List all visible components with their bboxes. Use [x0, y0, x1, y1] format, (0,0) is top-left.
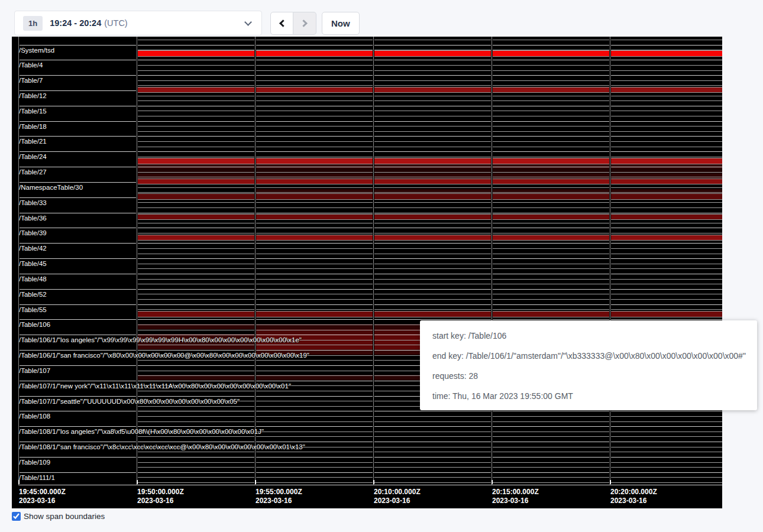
- axis-date-label: 2023-03-16: [374, 497, 410, 505]
- axis-tick-mark: [255, 480, 256, 484]
- span-boundary-line: [137, 223, 722, 223]
- span-boundary-line: [18, 426, 722, 427]
- heat-band[interactable]: [137, 235, 722, 241]
- time-range-selector[interactable]: 1h 19:24 - 20:24 (UTC): [14, 11, 262, 35]
- chevron-right-icon: [300, 20, 308, 27]
- span-boundary-line: [18, 304, 722, 305]
- span-boundary-line: [18, 213, 722, 213]
- span-boundary-line: [18, 411, 722, 411]
- heat-band[interactable]: [137, 50, 722, 57]
- span-boundary-line: [18, 457, 722, 458]
- time-nav-group: [270, 12, 316, 35]
- span-boundary-line: [18, 121, 722, 122]
- axis-time-label: 20:20:00.000Z: [610, 488, 657, 496]
- axis-tick-mark: [373, 480, 374, 484]
- tooltip-time: time: Thu, 16 Mar 2023 19:55:00 GMT: [432, 386, 751, 406]
- span-boundary-line: [137, 131, 722, 132]
- span-key-label: /Table/27: [19, 168, 47, 176]
- heat-band[interactable]: [137, 311, 722, 317]
- span-boundary-line: [137, 284, 722, 284]
- heat-band[interactable]: [137, 193, 722, 200]
- span-boundary-line: [137, 157, 722, 157]
- show-span-boundaries-checkbox[interactable]: [12, 512, 21, 521]
- time-bucket-boundary: [254, 37, 256, 485]
- span-boundary-line: [137, 452, 722, 452]
- axis-time-label: 20:15:00.000Z: [492, 488, 539, 496]
- span-boundary-line: [18, 136, 722, 137]
- span-boundary-line: [18, 75, 722, 76]
- timezone-label: (UTC): [104, 18, 127, 28]
- span-key-label: /Table/48: [19, 275, 47, 283]
- span-boundary-line: [137, 141, 722, 142]
- span-boundary-line: [137, 147, 722, 147]
- time-range-text: 19:24 - 20:24: [50, 18, 101, 28]
- span-boundary-line: [18, 106, 722, 106]
- span-key-label: /Table/21: [19, 138, 47, 145]
- heat-band[interactable]: [137, 214, 722, 220]
- span-boundary-line: [137, 264, 722, 264]
- key-visualizer-page: 1h 19:24 - 20:24 (UTC) Now /System/tsd/T…: [0, 0, 763, 532]
- span-key-label: /Table/109: [19, 459, 50, 466]
- span-boundary-line: [137, 467, 722, 468]
- axis-date-label: 2023-03-16: [256, 497, 292, 505]
- heat-band[interactable]: [137, 179, 722, 185]
- span-boundary-line: [137, 207, 722, 208]
- span-boundary-line: [137, 482, 722, 483]
- heat-band[interactable]: [137, 87, 722, 93]
- span-key-label: /Table/15: [19, 108, 47, 115]
- span-boundary-line: [137, 202, 722, 203]
- time-bucket-boundary: [373, 37, 374, 485]
- span-key-label: /Table/4: [19, 61, 43, 69]
- span-key-label: /NamespaceTable/30: [19, 184, 83, 192]
- span-boundary-line: [137, 436, 722, 437]
- next-time-button-disabled[interactable]: [293, 12, 316, 35]
- axis-time-label: 19:45:00.000Z: [19, 488, 66, 496]
- span-boundary-line: [137, 40, 722, 40]
- now-button[interactable]: Now: [322, 12, 360, 35]
- span-boundary-line: [137, 111, 722, 111]
- span-boundary-line: [137, 279, 722, 280]
- span-boundary-line: [137, 299, 722, 300]
- span-boundary-line: [18, 167, 722, 167]
- span-boundary-line: [137, 477, 722, 478]
- span-key-label: /Table/12: [19, 92, 47, 100]
- heat-band[interactable]: [137, 158, 722, 164]
- span-boundary-line: [18, 45, 722, 46]
- axis-tick-mark: [137, 480, 138, 484]
- axis-time-label: 19:55:00.000Z: [256, 488, 302, 496]
- span-key-label: /Table/45: [19, 260, 47, 268]
- span-key-label: /Table/111/1: [19, 474, 55, 482]
- span-boundary-line: [137, 268, 722, 269]
- span-key-label: /Table/106: [19, 321, 50, 329]
- span-key-label: /Table/42: [19, 245, 47, 252]
- span-key-label: /Table/7: [19, 77, 43, 85]
- tooltip-requests: requests: 28: [432, 366, 751, 386]
- span-boundary-line: [137, 100, 722, 101]
- axis-tick-mark: [610, 480, 611, 484]
- span-boundary-line: [137, 65, 722, 66]
- span-boundary-line: [18, 289, 722, 290]
- heat-band[interactable]: [137, 168, 722, 174]
- span-boundary-line: [18, 258, 722, 259]
- hover-tooltip: start key: /Table/106 end key: /Table/10…: [420, 320, 757, 410]
- time-bucket-boundary: [491, 37, 493, 485]
- span-boundary-line: [137, 85, 722, 86]
- key-visualizer-canvas[interactable]: /System/tsd/Table/4/Table/7/Table/12/Tab…: [12, 37, 722, 508]
- span-key-label: /Table/55: [19, 306, 47, 314]
- tooltip-end-key: end key: /Table/106/1/"amsterdam"/"\xb33…: [432, 346, 751, 366]
- time-bucket-boundary: [136, 37, 138, 485]
- span-boundary-line: [18, 472, 722, 473]
- span-key-label: /Table/107/1/"new york"/"\x11\x11\x11\x1…: [19, 382, 291, 390]
- span-boundary-line: [18, 442, 722, 442]
- span-key-label: /Table/107: [19, 367, 50, 375]
- span-boundary-line: [137, 126, 722, 126]
- span-boundary-line: [18, 60, 722, 60]
- span-boundary-line: [137, 172, 722, 173]
- span-boundary-line: [137, 187, 722, 188]
- span-key-label: /Table/39: [19, 229, 47, 237]
- span-key-label: /Table/52: [19, 291, 47, 299]
- heat-band[interactable]: [137, 164, 722, 169]
- span-boundary-line: [137, 309, 722, 310]
- span-boundary-line: [18, 151, 722, 152]
- prev-time-button[interactable]: [270, 12, 293, 35]
